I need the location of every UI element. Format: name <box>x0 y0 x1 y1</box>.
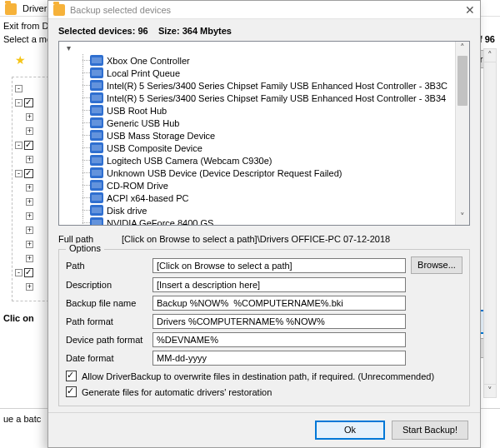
tree-expander[interactable]: - <box>15 99 22 107</box>
device-tree-item[interactable]: USB Mass Storage Device <box>59 129 455 142</box>
tree-expander[interactable]: + <box>26 156 33 163</box>
selected-devices-label: Selected devices: <box>58 26 135 36</box>
back-text-clic-on: Clic on <box>3 313 34 323</box>
device-tree-item[interactable]: Unknown USB Device (Device Descriptor Re… <box>59 167 455 179</box>
tree-expander[interactable]: + <box>26 255 33 262</box>
device-label: Logitech USB Camera (Webcam C930e) <box>107 156 272 166</box>
tree-checkbox[interactable] <box>24 268 33 277</box>
device-label: Xbox One Controller <box>107 56 190 66</box>
device-tree-item[interactable]: Xbox One Controller <box>59 54 455 67</box>
tree-expander[interactable]: - <box>15 142 22 149</box>
device-tree-item[interactable]: Local Print Queue <box>59 67 455 79</box>
tree-collapse-icon[interactable]: ▾ <box>64 43 73 52</box>
generate-restore-checkbox[interactable] <box>66 386 77 397</box>
tree-expander[interactable]: + <box>26 226 33 234</box>
device-label: NVIDIA GeForce 8400 GS <box>107 218 213 226</box>
date-format-input[interactable] <box>152 351 406 366</box>
tree-checkbox[interactable] <box>24 141 33 150</box>
folder-icon <box>5 3 17 15</box>
device-tree-item[interactable]: USB Composite Device <box>59 142 455 154</box>
path-input[interactable] <box>152 258 406 273</box>
tree-expander[interactable]: + <box>26 184 33 192</box>
backup-file-name-label: Backup file name <box>66 298 152 308</box>
ok-button[interactable]: Ok <box>315 421 385 440</box>
device-tree-item[interactable]: Generic USB Hub <box>59 117 455 129</box>
tree-expander[interactable]: + <box>26 241 33 248</box>
tree-scrollbar[interactable]: ˄ ˅ <box>455 42 469 225</box>
device-icon <box>90 105 103 116</box>
device-tree-item[interactable]: CD-ROM Drive <box>59 179 455 192</box>
size-value: 364 Mbytes <box>182 26 232 36</box>
device-icon <box>90 155 103 166</box>
description-label: Description <box>66 280 152 290</box>
back-tree-column: - - + + - + - + + + + + + - + <box>15 82 33 294</box>
device-label: Local Print Queue <box>107 68 180 78</box>
device-icon <box>90 67 103 78</box>
browse-button[interactable]: Browse... <box>411 256 462 274</box>
scroll-up-icon[interactable]: ˄ <box>484 49 496 62</box>
scroll-up-icon[interactable]: ˄ <box>456 42 469 56</box>
close-icon[interactable]: ✕ <box>465 3 475 17</box>
tree-expander[interactable]: + <box>26 212 33 220</box>
description-input[interactable] <box>152 277 406 292</box>
device-tree-item[interactable]: Disk drive <box>59 204 455 217</box>
back-scrollbar[interactable]: ˄ ˅ <box>483 48 497 398</box>
backup-dialog: Backup selected devices ✕ Selected devic… <box>48 0 481 448</box>
tree-expander[interactable]: - <box>15 85 22 92</box>
device-icon <box>90 130 103 141</box>
overwrite-checkbox[interactable] <box>66 371 77 381</box>
favorite-star-icon[interactable]: ★ <box>15 53 26 67</box>
device-tree-item[interactable]: USB Root Hub <box>59 104 455 117</box>
folder-icon <box>53 4 65 16</box>
device-label: Disk drive <box>107 206 147 216</box>
options-group: Options Path Browse... Description Backu… <box>58 249 470 406</box>
device-label: Intel(R) 5 Series/3400 Series Chipset Fa… <box>107 81 448 91</box>
path-format-input[interactable] <box>152 314 406 329</box>
device-icon <box>90 180 103 191</box>
tree-expander[interactable]: + <box>26 127 33 135</box>
device-label: USB Mass Storage Device <box>107 131 215 141</box>
tree-expander[interactable]: - <box>15 170 22 177</box>
device-tree[interactable]: ▾Xbox One ControllerLocal Print QueueInt… <box>58 41 470 226</box>
device-label: Intel(R) 5 Series/3400 Series Chipset Fa… <box>107 93 446 103</box>
device-label: CD-ROM Drive <box>107 181 168 191</box>
device-label: ACPI x64-based PC <box>107 193 188 203</box>
device-icon <box>90 80 103 91</box>
options-group-title: Options <box>66 243 104 253</box>
tree-checkbox[interactable] <box>24 169 33 178</box>
tree-expander[interactable]: + <box>26 198 33 206</box>
dialog-summary: Selected devices: 96 Size: 364 Mbytes <box>58 26 470 36</box>
device-tree-item[interactable]: Intel(R) 5 Series/3400 Series Chipset Fa… <box>59 92 455 104</box>
device-icon <box>90 92 103 103</box>
size-label: Size: <box>158 26 180 36</box>
tree-expander[interactable]: + <box>26 283 33 291</box>
back-text-select: Select a mo <box>3 34 52 44</box>
device-tree-item[interactable]: Intel(R) 5 Series/3400 Series Chipset Fa… <box>59 79 455 92</box>
back-text-exit: Exit from D <box>3 21 48 31</box>
generate-restore-checkbox-label: Generate files for automatic drivers' re… <box>82 387 272 397</box>
device-tree-item[interactable]: ACPI x64-based PC <box>59 192 455 204</box>
device-tree-item[interactable]: Logitech USB Camera (Webcam C930e) <box>59 154 455 167</box>
device-icon <box>90 142 103 153</box>
scroll-down-icon[interactable]: ˅ <box>456 211 469 225</box>
dialog-titlebar[interactable]: Backup selected devices ✕ <box>48 1 480 19</box>
device-tree-item[interactable]: NVIDIA GeForce 8400 GS <box>59 217 455 225</box>
tree-expander[interactable]: - <box>15 269 22 276</box>
dialog-title: Backup selected devices <box>70 5 171 15</box>
device-label: Unknown USB Device (Device Descriptor Re… <box>107 168 342 178</box>
date-format-label: Date format <box>66 353 152 363</box>
backup-file-name-input[interactable] <box>152 296 406 311</box>
path-format-label: Path format <box>66 316 152 326</box>
tree-checkbox[interactable] <box>24 98 33 107</box>
device-path-format-input[interactable] <box>152 332 406 347</box>
tree-expander[interactable]: + <box>26 113 33 121</box>
device-path-format-label: Device path format <box>66 335 152 345</box>
device-icon <box>90 117 103 128</box>
scroll-thumb[interactable] <box>458 56 468 106</box>
device-label: USB Composite Device <box>107 143 202 153</box>
full-path-value: [Click on Browse to select a path]\Drive… <box>122 234 470 244</box>
start-backup-button[interactable]: Start Backup! <box>392 421 468 440</box>
scroll-down-icon[interactable]: ˅ <box>484 384 496 397</box>
device-label: USB Root Hub <box>107 106 167 116</box>
device-icon <box>90 217 103 225</box>
